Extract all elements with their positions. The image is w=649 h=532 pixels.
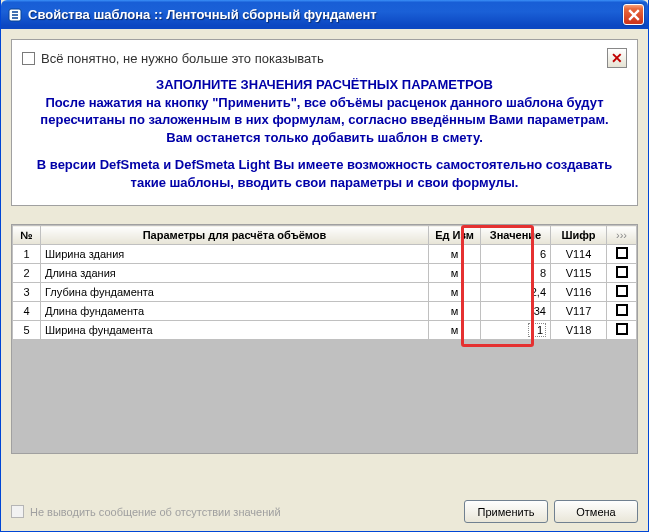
table-row[interactable]: 1 Ширина здания м 6 V114 xyxy=(13,245,637,264)
suppress-warning-label: Не выводить сообщение об отсутствии знач… xyxy=(30,506,281,518)
cell-name: Ширина фундамента xyxy=(41,321,429,340)
cell-check[interactable] xyxy=(607,283,637,302)
app-icon xyxy=(7,7,23,23)
cell-num: 5 xyxy=(13,321,41,340)
info-line-2: После нажатия на кнопку "Применить", все… xyxy=(28,94,621,129)
cell-value[interactable]: 8 xyxy=(481,264,551,283)
info-line-4: В версии DefSmeta и DefSmeta Light Вы им… xyxy=(28,156,621,191)
col-header-unit[interactable]: Ед Изм xyxy=(429,226,481,245)
suppress-warning-checkbox[interactable] xyxy=(11,505,24,518)
col-header-name[interactable]: Параметры для расчёта объёмов xyxy=(41,226,429,245)
cell-check[interactable] xyxy=(607,302,637,321)
cell-num: 2 xyxy=(13,264,41,283)
parameters-table: № Параметры для расчёта объёмов Ед Изм З… xyxy=(12,225,637,340)
table-row[interactable]: 2 Длина здания м 8 V115 xyxy=(13,264,637,283)
cell-code: V117 xyxy=(551,302,607,321)
window-title: Свойства шаблона :: Ленточный сборный фу… xyxy=(28,7,623,22)
cell-unit: м xyxy=(429,302,481,321)
info-message: ЗАПОЛНИТЕ ЗНАЧЕНИЯ РАСЧЁТНЫХ ПАРАМЕТРОВ … xyxy=(22,74,627,193)
table-header-row: № Параметры для расчёта объёмов Ед Изм З… xyxy=(13,226,637,245)
table-empty-area xyxy=(12,340,637,453)
close-icon: ✕ xyxy=(611,51,623,65)
dont-show-checkbox[interactable] xyxy=(22,52,35,65)
checkbox-icon xyxy=(616,285,628,297)
footer: Не выводить сообщение об отсутствии знач… xyxy=(11,490,638,523)
title-bar: Свойства шаблона :: Ленточный сборный фу… xyxy=(1,0,648,29)
info-line-3: Вам останется только добавить шаблон в с… xyxy=(28,129,621,147)
cell-check[interactable] xyxy=(607,321,637,340)
window: Свойства шаблона :: Ленточный сборный фу… xyxy=(0,0,649,532)
table-row[interactable]: 5 Ширина фундамента м 1 V118 xyxy=(13,321,637,340)
cell-check[interactable] xyxy=(607,264,637,283)
cell-code: V115 xyxy=(551,264,607,283)
cell-name: Длина здания xyxy=(41,264,429,283)
col-header-num[interactable]: № xyxy=(13,226,41,245)
cell-name: Глубина фундамента xyxy=(41,283,429,302)
checkbox-icon xyxy=(616,247,628,259)
checkbox-icon xyxy=(616,323,628,335)
window-close-button[interactable] xyxy=(623,4,644,25)
cell-value[interactable]: 6 xyxy=(481,245,551,264)
cell-name: Ширина здания xyxy=(41,245,429,264)
parameters-table-wrapper: № Параметры для расчёта объёмов Ед Изм З… xyxy=(11,224,638,454)
cell-name: Длина фундамента xyxy=(41,302,429,321)
cell-value[interactable]: 2,4 xyxy=(481,283,551,302)
table-row[interactable]: 4 Длина фундамента м 34 V117 xyxy=(13,302,637,321)
dont-show-row: Всё понятно, не нужно больше это показыв… xyxy=(22,48,627,68)
col-header-more[interactable]: ››› xyxy=(607,226,637,245)
cell-unit: м xyxy=(429,264,481,283)
cell-code: V114 xyxy=(551,245,607,264)
dont-show-label: Всё понятно, не нужно больше это показыв… xyxy=(41,51,324,66)
dismiss-info-button[interactable]: ✕ xyxy=(607,48,627,68)
cancel-button[interactable]: Отмена xyxy=(554,500,638,523)
checkbox-icon xyxy=(616,304,628,316)
cell-check[interactable] xyxy=(607,245,637,264)
cell-code: V118 xyxy=(551,321,607,340)
apply-button[interactable]: Применить xyxy=(464,500,548,523)
cell-unit: м xyxy=(429,245,481,264)
cell-code: V116 xyxy=(551,283,607,302)
info-panel: Всё понятно, не нужно больше это показыв… xyxy=(11,39,638,206)
cell-value[interactable]: 34 xyxy=(481,302,551,321)
cell-num: 1 xyxy=(13,245,41,264)
col-header-value[interactable]: Значение xyxy=(481,226,551,245)
cell-value-editing[interactable]: 1 xyxy=(481,321,551,340)
cell-unit: м xyxy=(429,321,481,340)
info-line-1: ЗАПОЛНИТЕ ЗНАЧЕНИЯ РАСЧЁТНЫХ ПАРАМЕТРОВ xyxy=(28,76,621,94)
client-area: Всё понятно, не нужно больше это показыв… xyxy=(1,29,648,531)
cell-num: 4 xyxy=(13,302,41,321)
checkbox-icon xyxy=(616,266,628,278)
cell-unit: м xyxy=(429,283,481,302)
cell-num: 3 xyxy=(13,283,41,302)
col-header-code[interactable]: Шифр xyxy=(551,226,607,245)
table-row[interactable]: 3 Глубина фундамента м 2,4 V116 xyxy=(13,283,637,302)
